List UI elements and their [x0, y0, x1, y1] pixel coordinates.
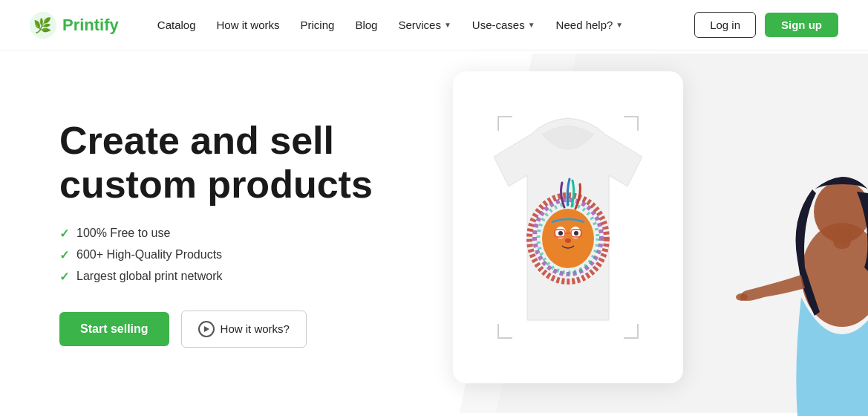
feature-label-1: 100% Free to use [76, 227, 170, 240]
nav-actions: Log in Sign up [694, 12, 838, 38]
logo-icon: 🌿 [30, 12, 56, 39]
feature-item-3: ✓ Largest global print network [59, 270, 386, 284]
nav-services[interactable]: Services ▼ [389, 13, 460, 37]
need-help-chevron-icon: ▼ [616, 21, 623, 29]
svg-point-16 [814, 181, 868, 243]
feature-label-2: 600+ High-Quality Products [76, 248, 222, 261]
navbar: 🌿 Printify Catalog How it works Pricing … [0, 0, 868, 51]
hero-section: Create and sell custom products ✓ 100% F… [0, 51, 868, 416]
logo[interactable]: 🌿 Printify [30, 12, 119, 39]
tshirt-image [471, 112, 665, 342]
svg-point-12 [574, 231, 578, 235]
check-icon-2: ✓ [59, 248, 69, 262]
logo-text: Printify [62, 16, 119, 35]
hero-features: ✓ 100% Free to use ✓ 600+ High-Quality P… [59, 227, 386, 284]
nav-catalog[interactable]: Catalog [149, 13, 205, 37]
how-it-works-label: How it works? [221, 322, 290, 335]
login-button[interactable]: Log in [694, 12, 756, 38]
feature-label-3: Largest global print network [76, 270, 223, 283]
check-icon-3: ✓ [59, 270, 69, 284]
tshirt-svg [471, 112, 665, 342]
feature-item-1: ✓ 100% Free to use [59, 227, 386, 241]
how-it-works-button[interactable]: How it works? [181, 311, 307, 348]
start-selling-button[interactable]: Start selling [59, 312, 169, 346]
use-cases-chevron-icon: ▼ [528, 21, 535, 29]
nav-need-help[interactable]: Need help? ▼ [547, 13, 633, 37]
feature-item-2: ✓ 600+ High-Quality Products [59, 248, 386, 262]
nav-pricing[interactable]: Pricing [292, 13, 344, 37]
svg-point-13 [565, 238, 571, 243]
hero-right [416, 51, 868, 416]
nav-blog[interactable]: Blog [346, 13, 386, 37]
nav-how-it-works[interactable]: How it works [208, 13, 289, 37]
services-chevron-icon: ▼ [444, 21, 451, 29]
nav-links: Catalog How it works Pricing Blog Servic… [149, 13, 694, 37]
hero-left: Create and sell custom products ✓ 100% F… [0, 51, 416, 416]
svg-text:🌿: 🌿 [33, 16, 52, 34]
nav-use-cases[interactable]: Use-cases ▼ [463, 13, 544, 37]
tshirt-card [453, 71, 683, 383]
play-icon [198, 321, 215, 337]
person-illustration [727, 104, 868, 416]
svg-point-17 [736, 293, 748, 301]
check-icon-1: ✓ [59, 227, 69, 241]
svg-point-11 [558, 231, 563, 235]
play-triangle [204, 326, 209, 332]
hero-headline: Create and sell custom products [59, 119, 386, 205]
hero-buttons: Start selling How it works? [59, 311, 386, 348]
signup-button[interactable]: Sign up [765, 13, 838, 37]
